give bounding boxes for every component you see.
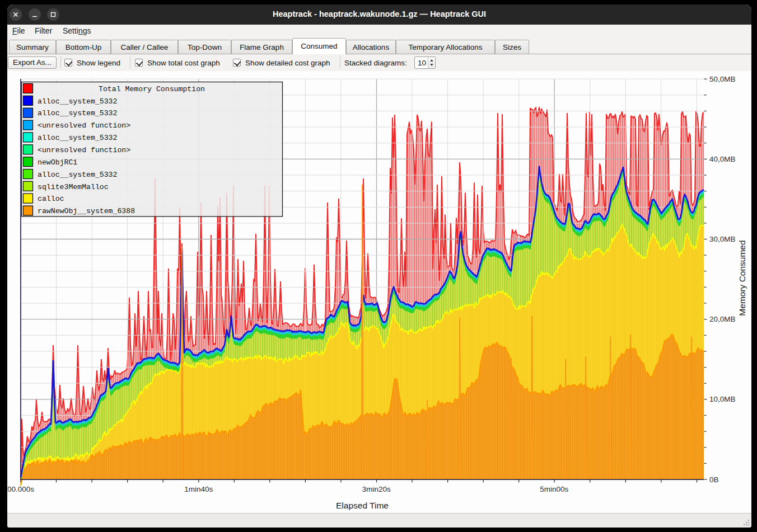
- svg-text:<unresolved function>: <unresolved function>: [38, 146, 130, 154]
- svg-text:alloc__system_5332: alloc__system_5332: [38, 97, 117, 106]
- svg-text:sqlite3MemMalloc: sqlite3MemMalloc: [38, 183, 109, 191]
- svg-text:Total Memory Consumption: Total Memory Consumption: [99, 85, 205, 93]
- svg-text:1min40s: 1min40s: [184, 485, 213, 493]
- svg-text:Memory Consumed: Memory Consumed: [737, 240, 747, 316]
- svg-text:3min20s: 3min20s: [362, 485, 391, 493]
- svg-text:00.000s: 00.000s: [8, 485, 34, 493]
- svg-text:40,0MB: 40,0MB: [709, 155, 736, 163]
- svg-text:alloc__system_5332: alloc__system_5332: [38, 109, 117, 117]
- svg-text:calloc: calloc: [38, 195, 64, 203]
- svg-text:alloc__system_5332: alloc__system_5332: [38, 171, 117, 179]
- svg-text:30,0MB: 30,0MB: [709, 235, 736, 243]
- svg-text:<unresolved function>: <unresolved function>: [38, 121, 130, 130]
- svg-text:newObjRC1: newObjRC1: [38, 158, 77, 167]
- svg-text:10,0MB: 10,0MB: [709, 395, 736, 403]
- svg-text:alloc__system_5332: alloc__system_5332: [38, 134, 117, 142]
- svg-text:Elapsed Time: Elapsed Time: [336, 501, 389, 510]
- svg-text:20,0MB: 20,0MB: [709, 315, 736, 323]
- svg-text:5min00s: 5min00s: [540, 485, 568, 493]
- svg-text:50,0MB: 50,0MB: [709, 75, 736, 83]
- svg-text:0B: 0B: [709, 475, 719, 484]
- svg-text:rawNewObj__system_6388: rawNewObj__system_6388: [38, 207, 135, 215]
